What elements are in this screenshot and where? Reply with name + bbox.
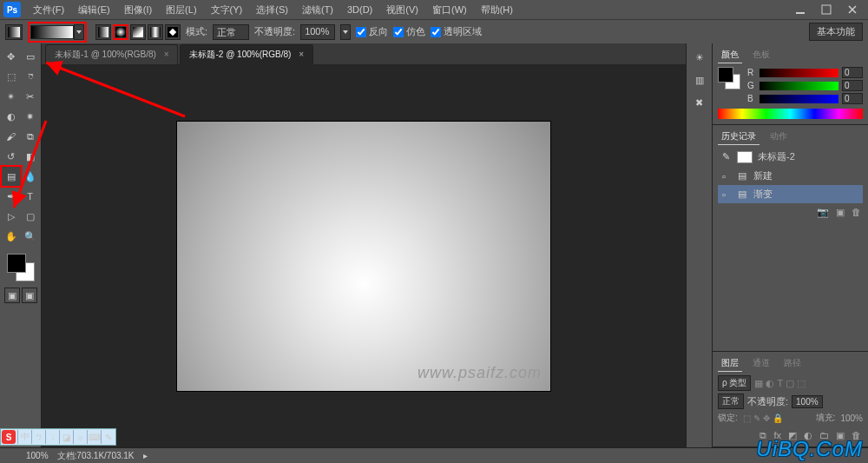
ime-button[interactable]: ✎ — [101, 430, 115, 444]
eraser-tool[interactable]: ◧ — [21, 147, 40, 166]
lasso-tool[interactable]: ా — [21, 67, 40, 86]
filter-pixel-icon[interactable]: ▦ — [754, 378, 763, 389]
path-select-tool[interactable]: ▷ — [2, 207, 21, 226]
ime-button[interactable]: ◪ — [59, 430, 73, 444]
color-value-input[interactable]: 0 — [842, 80, 863, 91]
status-chevron-icon[interactable]: ▸ — [143, 451, 148, 460]
menu-view[interactable]: 视图(V) — [379, 1, 425, 19]
spot-heal-tool[interactable]: ✷ — [21, 107, 40, 126]
color-slider[interactable] — [760, 82, 838, 90]
history-step-toggle[interactable]: ▫ — [722, 189, 731, 200]
doc-size-info[interactable]: 文档:703.1K/703.1K — [57, 450, 135, 462]
ime-toolbar[interactable]: S 中ㄅ：◪☼⌨✎ — [0, 428, 116, 446]
zoom-level[interactable]: 100% — [26, 451, 49, 460]
history-step-row[interactable]: ▫▤渐变 — [718, 185, 863, 203]
gradient-preset-dropdown[interactable] — [74, 24, 84, 40]
color-swatch-pair[interactable] — [718, 67, 742, 91]
quickmask-mode-icon[interactable]: ▣ — [22, 288, 37, 303]
clone-stamp-tool[interactable]: ⧉ — [21, 127, 40, 146]
dither-checkbox-box[interactable] — [393, 27, 404, 37]
menu-3d[interactable]: 3D(D) — [340, 2, 379, 17]
transparency-checkbox-box[interactable] — [431, 27, 441, 37]
color-slider[interactable] — [760, 69, 838, 77]
snapshot-icon[interactable]: 📷 — [817, 207, 829, 218]
history-brush-tool[interactable]: ↺ — [2, 147, 21, 166]
gradient-type-radial[interactable] — [113, 24, 128, 40]
color-spectrum-strip[interactable] — [718, 109, 863, 119]
layer-opacity-input[interactable]: 100% — [792, 395, 823, 408]
tab-color[interactable]: 颜色 — [718, 47, 742, 63]
move-tool[interactable]: ✥ — [2, 47, 21, 66]
current-tool-icon[interactable] — [5, 24, 23, 40]
filter-shape-icon[interactable]: ▢ — [786, 378, 794, 389]
tab-layers[interactable]: 图层 — [718, 355, 742, 372]
type-tool[interactable]: T — [21, 187, 40, 206]
menu-help[interactable]: 帮助(H) — [474, 1, 520, 19]
menu-image[interactable]: 图像(I) — [117, 1, 159, 19]
layer-filter-kind[interactable]: ρ 类型 — [718, 375, 751, 391]
lock-position-icon[interactable]: ✥ — [763, 413, 770, 423]
tab-actions[interactable]: 动作 — [766, 129, 791, 145]
foreground-swatch[interactable] — [7, 254, 26, 273]
tab-history[interactable]: 历史记录 — [718, 129, 760, 145]
history-source-row[interactable]: ✎ 未标题-2 — [718, 149, 863, 165]
color-value-input[interactable]: 0 — [842, 93, 863, 104]
panel-toggle-icon[interactable]: ▥ — [689, 69, 710, 90]
document-canvas[interactable]: www.psaifz.com — [177, 122, 550, 391]
pen-tool[interactable]: ✒ — [2, 187, 21, 206]
crop-tool[interactable]: ✂ — [21, 87, 40, 106]
gradient-tool[interactable]: ▤ — [2, 167, 21, 186]
ime-button[interactable]: 中 — [17, 430, 31, 444]
tab-swatches[interactable]: 色板 — [749, 47, 773, 63]
opacity-input[interactable]: 100% — [300, 24, 335, 40]
standard-mode-icon[interactable]: ▣ — [4, 288, 20, 303]
gradient-preview[interactable] — [30, 25, 74, 39]
ime-logo-icon[interactable]: S — [2, 430, 16, 444]
fill-input[interactable]: 100% — [840, 413, 863, 423]
history-snapshot-thumb[interactable] — [737, 151, 753, 163]
eyedropper-tool[interactable]: ◐ — [2, 107, 21, 126]
color-value-input[interactable]: 0 — [842, 67, 863, 78]
opacity-dropdown[interactable] — [340, 24, 351, 40]
maximize-button[interactable] — [814, 2, 838, 17]
marquee-tool[interactable]: ⬚ — [2, 67, 21, 86]
blend-mode-select[interactable]: 正常 — [213, 24, 249, 40]
tab-paths[interactable]: 路径 — [780, 355, 805, 372]
menu-select[interactable]: 选择(S) — [249, 1, 295, 19]
hand-tool[interactable]: ✋ — [2, 227, 21, 246]
canvas-viewport[interactable]: www.psaifz.com — [42, 64, 686, 447]
color-swatch-pair[interactable] — [5, 252, 36, 283]
reverse-checkbox-box[interactable] — [356, 27, 366, 37]
panel-toggle-icon[interactable]: ✖ — [689, 92, 710, 113]
panel-toggle-icon[interactable]: ☀ — [689, 47, 710, 68]
gradient-type-linear[interactable] — [95, 24, 111, 40]
gradient-type-angle[interactable] — [130, 24, 146, 40]
menu-edit[interactable]: 编辑(E) — [71, 1, 117, 19]
trash-icon[interactable]: 🗑 — [852, 207, 861, 218]
menu-layer[interactable]: 图层(L) — [159, 1, 203, 19]
close-button[interactable] — [840, 2, 865, 17]
new-state-icon[interactable]: ▣ — [836, 207, 845, 218]
minimize-button[interactable] — [788, 2, 812, 17]
gradient-type-reflected[interactable] — [148, 24, 163, 40]
close-icon[interactable]: × — [164, 50, 169, 59]
gradient-type-diamond[interactable] — [165, 24, 181, 40]
workspace-select[interactable]: 基本功能 — [809, 23, 863, 41]
lock-transparent-icon[interactable]: ⬚ — [743, 413, 751, 423]
brush-tool[interactable]: 🖌 — [2, 127, 21, 146]
layer-blend-select[interactable]: 正常 — [718, 394, 744, 409]
ime-button[interactable]: ㄅ — [31, 430, 45, 444]
document-tab[interactable]: 未标题-2 @ 100%(RGB/8) × — [180, 44, 312, 64]
document-tab[interactable]: 未标题-1 @ 100%(RGB/8) × — [45, 44, 178, 64]
tab-channels[interactable]: 通道 — [749, 355, 773, 372]
reverse-checkbox[interactable]: 反向 — [356, 25, 388, 38]
history-step-row[interactable]: ▫▤新建 — [718, 167, 863, 185]
ime-button[interactable]: ： — [45, 430, 59, 444]
ime-button[interactable]: ☼ — [73, 430, 87, 444]
filter-adjust-icon[interactable]: ◐ — [766, 378, 774, 389]
artboard-tool[interactable]: ▭ — [21, 47, 40, 66]
filter-type-icon[interactable]: T — [777, 378, 783, 389]
dither-checkbox[interactable]: 仿色 — [393, 25, 425, 38]
color-slider[interactable] — [760, 95, 838, 103]
magic-wand-tool[interactable]: ✴ — [2, 87, 21, 106]
